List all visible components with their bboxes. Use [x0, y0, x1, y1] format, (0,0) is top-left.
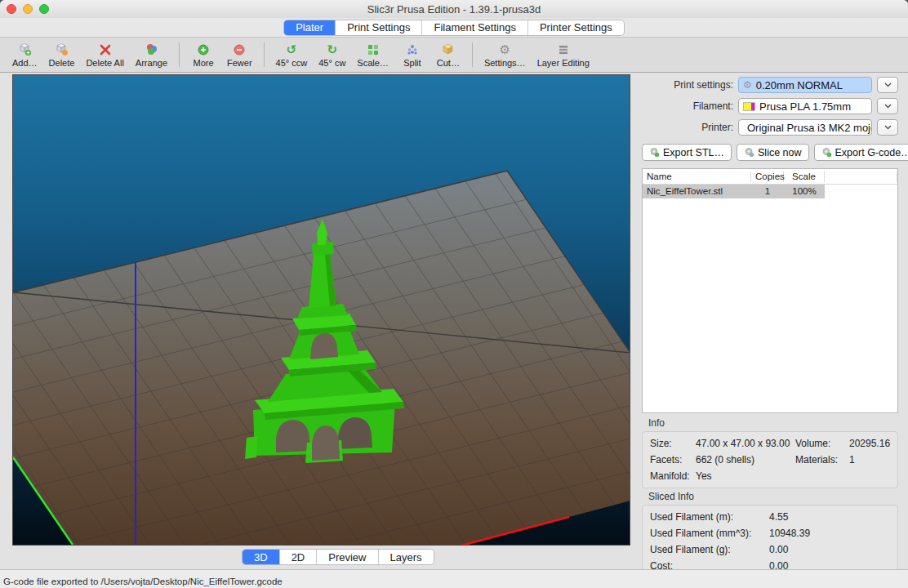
toolbar-label: Cut… — [437, 58, 460, 68]
title-bar: Slic3r Prusa Edition - 1.39.1-prusa3d — [0, 0, 908, 18]
add-button[interactable]: Add… — [7, 42, 43, 69]
slice-now-button[interactable]: Slice now — [737, 144, 809, 161]
main-tabs-segmented-control: Plater Print Settings Filament Settings … — [283, 20, 625, 36]
cut-button[interactable]: Cut… — [430, 42, 466, 69]
traffic-lights — [7, 4, 49, 14]
toolbar-label: Settings… — [484, 58, 526, 68]
toolbar-label: 45° ccw — [276, 58, 308, 68]
filament-label: Filament: — [642, 100, 733, 112]
slice-now-label: Slice now — [758, 147, 802, 158]
view-tabs-segmented-control: 3D 2D Preview Layers — [242, 549, 434, 565]
toolbar-label: Fewer — [227, 58, 252, 68]
filament-dropdown-button[interactable] — [877, 98, 898, 114]
printer-dropdown-button[interactable] — [877, 119, 898, 136]
used-filament-mm3-label: Used Filament (mm^3): — [650, 528, 769, 539]
toolbar-label: Layer Editing — [537, 58, 590, 68]
object-copies-cell: 1 — [751, 185, 784, 198]
used-filament-mm3-value: 10948.39 — [769, 528, 890, 539]
object-scale-cell: 100% — [784, 185, 825, 198]
window-title: Slic3r Prusa Edition - 1.39.1-prusa3d — [0, 3, 908, 16]
toolbar-separator — [472, 42, 473, 67]
split-button[interactable]: Split — [394, 42, 430, 69]
used-filament-g-label: Used Filament (g): — [650, 544, 769, 555]
print-settings-row: Print settings: ⚙ 0.20mm NORMAL — [642, 77, 898, 93]
filament-color-swatch-icon — [743, 102, 755, 111]
rotate-ccw-button[interactable]: ↺ 45° ccw — [270, 42, 314, 69]
zoom-window-button[interactable] — [39, 4, 49, 14]
gear-icon: ⚙ — [743, 80, 752, 90]
view-tab-preview[interactable]: Preview — [316, 550, 377, 564]
info-section-title: Info — [648, 417, 898, 429]
toolbar-label: Arrange — [136, 58, 167, 68]
close-window-button[interactable] — [7, 4, 16, 14]
print-settings-dropdown-button[interactable] — [877, 77, 898, 93]
filament-value: Prusa PLA 1.75mm — [759, 100, 851, 113]
manifold-value: Yes — [696, 470, 795, 482]
tab-printer-settings[interactable]: Printer Settings — [527, 20, 624, 35]
export-gcode-icon — [821, 147, 832, 158]
used-filament-m-label: Used Filament (m): — [650, 511, 769, 523]
column-header-name[interactable]: Name — [643, 172, 751, 182]
manifold-label: Manifold: — [650, 470, 696, 482]
arrange-icon — [145, 42, 158, 57]
tab-plater[interactable]: Plater — [284, 20, 335, 35]
volume-label: Volume: — [795, 438, 849, 449]
fewer-copies-icon — [233, 42, 246, 57]
print-settings-value: 0.20mm NORMAL — [756, 79, 843, 91]
info-box: Size: 47.00 x 47.00 x 93.00 Volume: 2029… — [642, 431, 898, 488]
facets-label: Facets: — [650, 454, 696, 466]
view-mode-tabs: 3D 2D Preview Layers — [242, 549, 434, 565]
column-header-copies[interactable]: Copies — [751, 172, 784, 182]
scale-icon — [367, 42, 380, 57]
layer-editing-button[interactable]: Layer Editing — [532, 42, 595, 69]
toolbar: Add… Delete Delete All Arrange More — [0, 37, 908, 73]
toolbar-label: Add… — [12, 58, 38, 68]
arrange-button[interactable]: Arrange — [130, 42, 173, 69]
printer-combo[interactable]: Original Prusa i3 MK2 moje — [738, 119, 872, 136]
export-gcode-button[interactable]: Export G-code… — [814, 144, 908, 161]
export-stl-button[interactable]: Export STL… — [642, 144, 732, 161]
table-row[interactable]: Nic_EiffelTower.stl 1 100% — [643, 185, 897, 198]
fewer-button[interactable]: Fewer — [221, 42, 258, 69]
rotate-cw-button[interactable]: ↻ 45° cw — [313, 42, 351, 69]
delete-all-button[interactable]: Delete All — [80, 42, 129, 69]
rotate-cw-icon: ↻ — [327, 42, 337, 57]
column-header-scale[interactable]: Scale — [784, 172, 825, 182]
print-settings-combo[interactable]: ⚙ 0.20mm NORMAL — [738, 77, 872, 93]
export-stl-label: Export STL… — [663, 147, 724, 158]
layer-editing-icon — [557, 42, 570, 57]
toolbar-label: Split — [403, 58, 421, 68]
tab-print-settings[interactable]: Print Settings — [335, 20, 421, 35]
3d-viewport[interactable] — [12, 74, 630, 546]
toolbar-label: Delete All — [86, 58, 123, 68]
view-tab-3d[interactable]: 3D — [243, 550, 279, 564]
delete-button[interactable]: Delete — [43, 42, 81, 69]
object-settings-button[interactable]: ⚙ Settings… — [478, 42, 532, 69]
filament-row: Filament: Prusa PLA 1.75mm — [642, 98, 898, 114]
sliced-info-section-title: Sliced Info — [648, 491, 898, 502]
view-tab-2d[interactable]: 2D — [279, 550, 317, 564]
export-gcode-label: Export G-code… — [835, 147, 908, 158]
view-tab-layers[interactable]: Layers — [378, 550, 434, 564]
toolbar-label: More — [193, 58, 213, 68]
filament-combo[interactable]: Prusa PLA 1.75mm — [738, 98, 872, 114]
scale-button[interactable]: Scale… — [351, 42, 394, 69]
chevron-down-icon — [884, 104, 892, 109]
toolbar-label: 45° cw — [318, 58, 345, 68]
minimize-window-button[interactable] — [23, 4, 33, 14]
column-header-spacer — [825, 172, 897, 182]
action-buttons: Export STL… Slice now Export G-code… — [642, 144, 898, 161]
slice-now-icon — [744, 147, 754, 158]
delete-object-icon — [55, 42, 69, 57]
status-text: G-code file exported to /Users/vojta/Des… — [3, 577, 283, 586]
add-object-icon — [18, 42, 32, 57]
delete-all-icon — [99, 42, 112, 57]
printer-value: Original Prusa i3 MK2 moje — [747, 122, 872, 134]
object-list-table[interactable]: Name Copies Scale Nic_EiffelTower.stl 1 … — [642, 168, 898, 413]
tab-filament-settings[interactable]: Filament Settings — [421, 20, 527, 35]
used-filament-m-value: 4.55 — [769, 511, 890, 523]
materials-label: Materials: — [795, 454, 849, 466]
plater-sidebar: Print settings: ⚙ 0.20mm NORMAL Filament… — [642, 77, 898, 588]
used-filament-g-value: 0.00 — [769, 544, 890, 555]
more-button[interactable]: More — [185, 42, 221, 69]
